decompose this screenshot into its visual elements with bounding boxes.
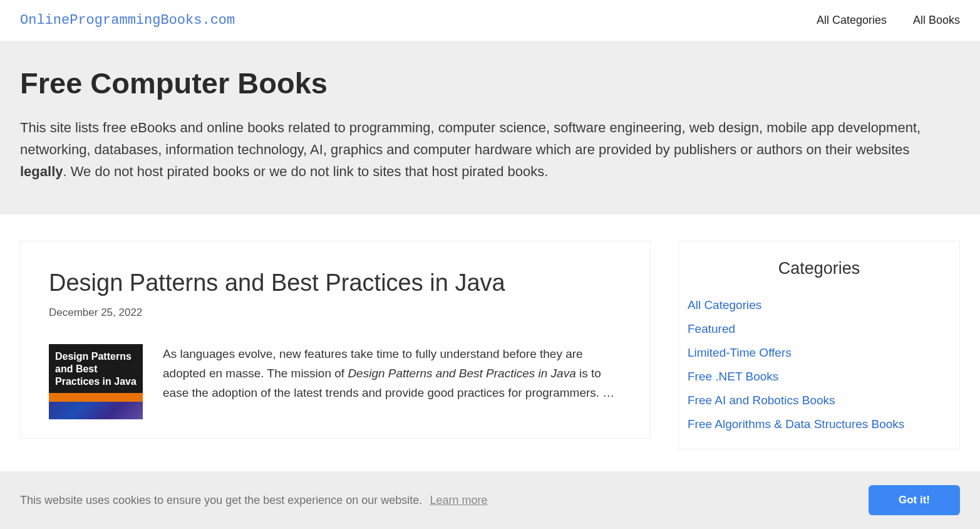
post-body: Design Patterns and Best Practices in Ja… bbox=[49, 344, 622, 419]
list-item: Free AI and Robotics Books bbox=[688, 389, 951, 412]
sidebar: Categories All Categories Featured Limit… bbox=[678, 241, 960, 449]
cookie-learn-more-link[interactable]: Learn more bbox=[430, 494, 487, 507]
site-logo[interactable]: OnlineProgrammingBooks.com bbox=[20, 13, 235, 28]
list-item: Free Algorithms & Data Structures Books bbox=[688, 412, 951, 436]
nav-all-books[interactable]: All Books bbox=[913, 14, 960, 27]
category-link[interactable]: Featured bbox=[688, 322, 735, 335]
main-nav: All Categories All Books bbox=[817, 14, 960, 27]
cover-stripe bbox=[49, 393, 143, 402]
site-header: OnlineProgrammingBooks.com All Categorie… bbox=[0, 0, 980, 41]
category-link[interactable]: All Categories bbox=[688, 298, 761, 312]
hero-intro-bold: legally bbox=[20, 164, 63, 179]
cookie-message: This website uses cookies to ensure you … bbox=[20, 494, 422, 507]
cookie-accept-button[interactable]: Got it! bbox=[869, 485, 960, 515]
page-title: Free Computer Books bbox=[20, 66, 960, 100]
cover-art bbox=[49, 402, 143, 419]
sidebar-title: Categories bbox=[688, 259, 951, 278]
nav-all-categories[interactable]: All Categories bbox=[817, 14, 887, 27]
cover-title-text: Design Patterns and Best Practices in Ja… bbox=[49, 344, 143, 393]
hero-intro-before: This site lists free eBooks and online b… bbox=[20, 120, 921, 157]
list-item: Free .NET Books bbox=[688, 365, 951, 389]
cookie-text-group: This website uses cookies to ensure you … bbox=[20, 494, 487, 507]
post-date: December 25, 2022 bbox=[49, 306, 622, 319]
hero-section: Free Computer Books This site lists free… bbox=[0, 41, 980, 214]
book-cover-image[interactable]: Design Patterns and Best Practices in Ja… bbox=[49, 344, 143, 419]
hero-intro: This site lists free eBooks and online b… bbox=[20, 117, 960, 183]
list-item: Featured bbox=[688, 317, 951, 341]
category-link[interactable]: Free AI and Robotics Books bbox=[688, 394, 835, 407]
category-link[interactable]: Free Algorithms & Data Structures Books bbox=[688, 417, 904, 431]
post-title[interactable]: Design Patterns and Best Practices in Ja… bbox=[49, 270, 622, 296]
excerpt-italic: Design Patterns and Best Practices in Ja… bbox=[348, 367, 575, 380]
post-card: Design Patterns and Best Practices in Ja… bbox=[20, 241, 651, 439]
category-link[interactable]: Free .NET Books bbox=[688, 370, 778, 383]
category-list: All Categories Featured Limited-Time Off… bbox=[688, 293, 951, 436]
hero-intro-after: . We do not host pirated books or we do … bbox=[63, 164, 548, 179]
list-item: All Categories bbox=[688, 293, 951, 317]
cookie-banner: This website uses cookies to ensure you … bbox=[0, 471, 980, 525]
list-item: Limited-Time Offers bbox=[688, 341, 951, 365]
post-excerpt: As languages evolve, new features take t… bbox=[163, 344, 622, 419]
category-link[interactable]: Limited-Time Offers bbox=[688, 346, 792, 359]
